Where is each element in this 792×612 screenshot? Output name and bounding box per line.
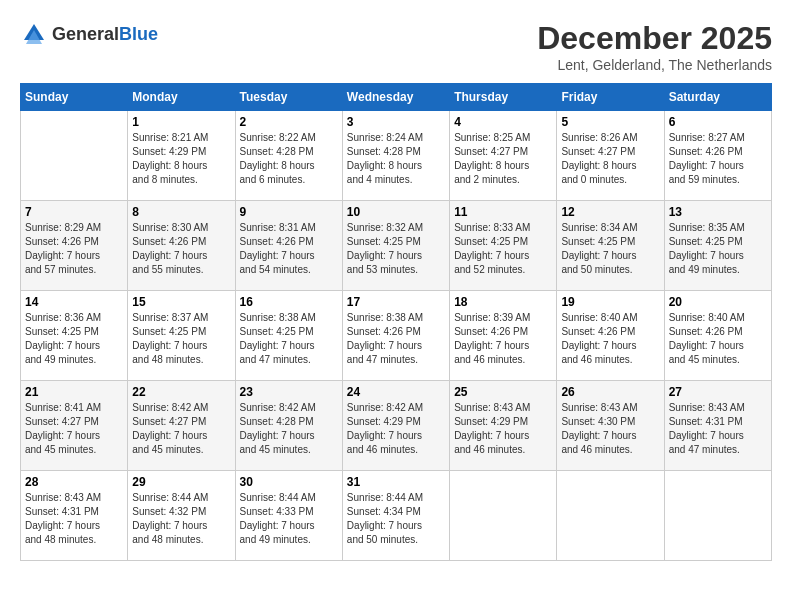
- day-info: Sunrise: 8:43 AM Sunset: 4:29 PM Dayligh…: [454, 401, 552, 457]
- day-number: 15: [132, 295, 230, 309]
- day-info: Sunrise: 8:27 AM Sunset: 4:26 PM Dayligh…: [669, 131, 767, 187]
- day-info: Sunrise: 8:25 AM Sunset: 4:27 PM Dayligh…: [454, 131, 552, 187]
- day-number: 6: [669, 115, 767, 129]
- day-info: Sunrise: 8:35 AM Sunset: 4:25 PM Dayligh…: [669, 221, 767, 277]
- day-info: Sunrise: 8:43 AM Sunset: 4:31 PM Dayligh…: [669, 401, 767, 457]
- day-info: Sunrise: 8:43 AM Sunset: 4:31 PM Dayligh…: [25, 491, 123, 547]
- calendar-cell: 9Sunrise: 8:31 AM Sunset: 4:26 PM Daylig…: [235, 201, 342, 291]
- location-subtitle: Lent, Gelderland, The Netherlands: [537, 57, 772, 73]
- header-sunday: Sunday: [21, 84, 128, 111]
- day-number: 18: [454, 295, 552, 309]
- day-number: 28: [25, 475, 123, 489]
- calendar-week-0: 1Sunrise: 8:21 AM Sunset: 4:29 PM Daylig…: [21, 111, 772, 201]
- header-tuesday: Tuesday: [235, 84, 342, 111]
- calendar-cell: 19Sunrise: 8:40 AM Sunset: 4:26 PM Dayli…: [557, 291, 664, 381]
- day-number: 4: [454, 115, 552, 129]
- day-number: 11: [454, 205, 552, 219]
- day-info: Sunrise: 8:34 AM Sunset: 4:25 PM Dayligh…: [561, 221, 659, 277]
- day-number: 26: [561, 385, 659, 399]
- day-info: Sunrise: 8:42 AM Sunset: 4:27 PM Dayligh…: [132, 401, 230, 457]
- day-info: Sunrise: 8:22 AM Sunset: 4:28 PM Dayligh…: [240, 131, 338, 187]
- calendar-cell: 16Sunrise: 8:38 AM Sunset: 4:25 PM Dayli…: [235, 291, 342, 381]
- day-number: 27: [669, 385, 767, 399]
- calendar-cell: 22Sunrise: 8:42 AM Sunset: 4:27 PM Dayli…: [128, 381, 235, 471]
- day-number: 13: [669, 205, 767, 219]
- calendar-cell: 14Sunrise: 8:36 AM Sunset: 4:25 PM Dayli…: [21, 291, 128, 381]
- calendar-cell: [557, 471, 664, 561]
- header-saturday: Saturday: [664, 84, 771, 111]
- calendar-cell: 7Sunrise: 8:29 AM Sunset: 4:26 PM Daylig…: [21, 201, 128, 291]
- day-info: Sunrise: 8:42 AM Sunset: 4:29 PM Dayligh…: [347, 401, 445, 457]
- calendar-cell: 24Sunrise: 8:42 AM Sunset: 4:29 PM Dayli…: [342, 381, 449, 471]
- day-number: 8: [132, 205, 230, 219]
- day-info: Sunrise: 8:24 AM Sunset: 4:28 PM Dayligh…: [347, 131, 445, 187]
- header-row: Sunday Monday Tuesday Wednesday Thursday…: [21, 84, 772, 111]
- day-info: Sunrise: 8:26 AM Sunset: 4:27 PM Dayligh…: [561, 131, 659, 187]
- day-number: 21: [25, 385, 123, 399]
- logo: GeneralBlue: [20, 20, 158, 48]
- day-number: 2: [240, 115, 338, 129]
- calendar-cell: 26Sunrise: 8:43 AM Sunset: 4:30 PM Dayli…: [557, 381, 664, 471]
- calendar-cell: 3Sunrise: 8:24 AM Sunset: 4:28 PM Daylig…: [342, 111, 449, 201]
- day-info: Sunrise: 8:36 AM Sunset: 4:25 PM Dayligh…: [25, 311, 123, 367]
- calendar-cell: 17Sunrise: 8:38 AM Sunset: 4:26 PM Dayli…: [342, 291, 449, 381]
- day-number: 31: [347, 475, 445, 489]
- calendar-cell: 1Sunrise: 8:21 AM Sunset: 4:29 PM Daylig…: [128, 111, 235, 201]
- logo-icon: [20, 20, 48, 48]
- calendar-week-4: 28Sunrise: 8:43 AM Sunset: 4:31 PM Dayli…: [21, 471, 772, 561]
- day-number: 10: [347, 205, 445, 219]
- calendar-cell: [21, 111, 128, 201]
- day-info: Sunrise: 8:41 AM Sunset: 4:27 PM Dayligh…: [25, 401, 123, 457]
- day-info: Sunrise: 8:29 AM Sunset: 4:26 PM Dayligh…: [25, 221, 123, 277]
- calendar-cell: 18Sunrise: 8:39 AM Sunset: 4:26 PM Dayli…: [450, 291, 557, 381]
- day-number: 1: [132, 115, 230, 129]
- calendar-cell: 4Sunrise: 8:25 AM Sunset: 4:27 PM Daylig…: [450, 111, 557, 201]
- day-info: Sunrise: 8:31 AM Sunset: 4:26 PM Dayligh…: [240, 221, 338, 277]
- header-wednesday: Wednesday: [342, 84, 449, 111]
- calendar-cell: 12Sunrise: 8:34 AM Sunset: 4:25 PM Dayli…: [557, 201, 664, 291]
- calendar-cell: 25Sunrise: 8:43 AM Sunset: 4:29 PM Dayli…: [450, 381, 557, 471]
- day-number: 3: [347, 115, 445, 129]
- day-info: Sunrise: 8:38 AM Sunset: 4:26 PM Dayligh…: [347, 311, 445, 367]
- calendar-body: 1Sunrise: 8:21 AM Sunset: 4:29 PM Daylig…: [21, 111, 772, 561]
- calendar-week-3: 21Sunrise: 8:41 AM Sunset: 4:27 PM Dayli…: [21, 381, 772, 471]
- calendar-cell: 30Sunrise: 8:44 AM Sunset: 4:33 PM Dayli…: [235, 471, 342, 561]
- calendar-cell: 28Sunrise: 8:43 AM Sunset: 4:31 PM Dayli…: [21, 471, 128, 561]
- calendar-cell: 23Sunrise: 8:42 AM Sunset: 4:28 PM Dayli…: [235, 381, 342, 471]
- month-title: December 2025: [537, 20, 772, 57]
- day-number: 16: [240, 295, 338, 309]
- calendar-cell: [664, 471, 771, 561]
- day-number: 14: [25, 295, 123, 309]
- day-info: Sunrise: 8:32 AM Sunset: 4:25 PM Dayligh…: [347, 221, 445, 277]
- calendar-cell: 13Sunrise: 8:35 AM Sunset: 4:25 PM Dayli…: [664, 201, 771, 291]
- logo-blue: Blue: [119, 24, 158, 44]
- day-number: 9: [240, 205, 338, 219]
- day-number: 12: [561, 205, 659, 219]
- day-info: Sunrise: 8:40 AM Sunset: 4:26 PM Dayligh…: [669, 311, 767, 367]
- day-info: Sunrise: 8:42 AM Sunset: 4:28 PM Dayligh…: [240, 401, 338, 457]
- header-friday: Friday: [557, 84, 664, 111]
- calendar-cell: 10Sunrise: 8:32 AM Sunset: 4:25 PM Dayli…: [342, 201, 449, 291]
- day-info: Sunrise: 8:33 AM Sunset: 4:25 PM Dayligh…: [454, 221, 552, 277]
- day-info: Sunrise: 8:37 AM Sunset: 4:25 PM Dayligh…: [132, 311, 230, 367]
- calendar-cell: 21Sunrise: 8:41 AM Sunset: 4:27 PM Dayli…: [21, 381, 128, 471]
- calendar-cell: 20Sunrise: 8:40 AM Sunset: 4:26 PM Dayli…: [664, 291, 771, 381]
- day-info: Sunrise: 8:39 AM Sunset: 4:26 PM Dayligh…: [454, 311, 552, 367]
- day-number: 23: [240, 385, 338, 399]
- calendar-cell: [450, 471, 557, 561]
- day-number: 22: [132, 385, 230, 399]
- calendar-cell: 5Sunrise: 8:26 AM Sunset: 4:27 PM Daylig…: [557, 111, 664, 201]
- calendar-cell: 2Sunrise: 8:22 AM Sunset: 4:28 PM Daylig…: [235, 111, 342, 201]
- calendar-cell: 11Sunrise: 8:33 AM Sunset: 4:25 PM Dayli…: [450, 201, 557, 291]
- calendar-week-2: 14Sunrise: 8:36 AM Sunset: 4:25 PM Dayli…: [21, 291, 772, 381]
- title-block: December 2025 Lent, Gelderland, The Neth…: [537, 20, 772, 73]
- day-number: 7: [25, 205, 123, 219]
- day-number: 5: [561, 115, 659, 129]
- day-info: Sunrise: 8:38 AM Sunset: 4:25 PM Dayligh…: [240, 311, 338, 367]
- page-header: GeneralBlue December 2025 Lent, Gelderla…: [20, 20, 772, 73]
- day-info: Sunrise: 8:44 AM Sunset: 4:34 PM Dayligh…: [347, 491, 445, 547]
- day-number: 19: [561, 295, 659, 309]
- calendar-cell: 31Sunrise: 8:44 AM Sunset: 4:34 PM Dayli…: [342, 471, 449, 561]
- day-number: 29: [132, 475, 230, 489]
- day-info: Sunrise: 8:30 AM Sunset: 4:26 PM Dayligh…: [132, 221, 230, 277]
